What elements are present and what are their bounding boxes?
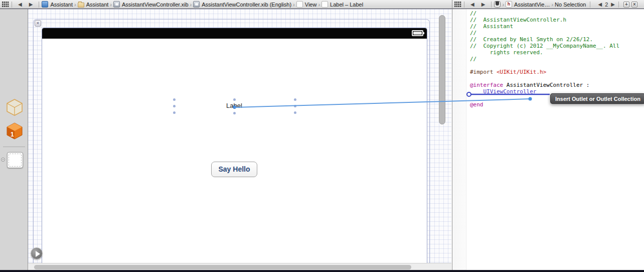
- separator: [590, 2, 590, 8]
- selection-handle[interactable]: [294, 105, 296, 107]
- code-gutter: [452, 9, 466, 270]
- breadcrumb-file[interactable]: AssistantViewController.xib: [113, 1, 188, 8]
- status-bar: [42, 28, 427, 39]
- dock-view-placeholder-icon[interactable]: [7, 152, 23, 168]
- code-line[interactable]: //: [470, 10, 619, 17]
- related-files-icon[interactable]: [2, 2, 9, 7]
- code-line[interactable]: // Assistant: [470, 23, 619, 30]
- pager-count: 2: [603, 2, 610, 8]
- code-line[interactable]: rights reserved.: [470, 49, 619, 56]
- folder-icon: [78, 3, 84, 8]
- breadcrumb-view[interactable]: View: [296, 1, 317, 8]
- forward-arrow-icon[interactable]: ▶: [26, 2, 37, 7]
- view-object-icon: [296, 1, 303, 8]
- code-line[interactable]: [470, 75, 619, 82]
- project-icon: [42, 1, 48, 8]
- assistant-editor[interactable]: //// AssistantViewController.h// Assista…: [452, 9, 644, 270]
- connection-origin-dot: [233, 105, 236, 109]
- xib-file-icon: [193, 1, 200, 8]
- battery-icon: [412, 30, 423, 36]
- breadcrumb-project[interactable]: Assistant: [42, 1, 73, 8]
- separator: [491, 2, 492, 8]
- chevron-icon: ›: [73, 2, 78, 8]
- forward-arrow-icon[interactable]: ▶: [478, 2, 489, 7]
- selection-handle[interactable]: [173, 105, 176, 107]
- ios-view[interactable]: [42, 28, 427, 263]
- code-line[interactable]: // AssistantViewController.h: [470, 17, 619, 23]
- separator: [12, 2, 12, 8]
- code-line[interactable]: [470, 62, 619, 69]
- play-button[interactable]: [31, 247, 43, 259]
- counterparts-icon[interactable]: [494, 1, 501, 8]
- ib-dock: 1: [0, 9, 28, 270]
- chevron-icon: ›: [501, 2, 506, 8]
- selection-handle[interactable]: [173, 98, 176, 101]
- dock-target-icon: [1, 158, 5, 162]
- canvas-vertical-scrollbar[interactable]: [439, 15, 445, 124]
- xib-file-icon: [113, 1, 120, 8]
- close-assistant-button[interactable]: ×: [631, 2, 637, 8]
- code-line[interactable]: //: [470, 30, 619, 36]
- breadcrumb-label[interactable]: Label – Label: [321, 1, 363, 8]
- separator: [464, 2, 464, 8]
- files-owner-icon[interactable]: [6, 98, 24, 118]
- dock-separator: [3, 147, 25, 147]
- ib-canvas[interactable]: × Label Say Hello: [28, 9, 451, 270]
- code-line[interactable]: // Created by Neil Smyth on 2/26/12.: [470, 36, 619, 43]
- chevron-icon: ›: [108, 2, 113, 8]
- chevron-icon: ›: [550, 2, 555, 8]
- separator: [618, 2, 619, 8]
- chevron-icon: ›: [189, 2, 194, 8]
- selection-handle[interactable]: [173, 111, 176, 114]
- insert-outlet-tooltip: Insert Outlet or Outlet Collection: [550, 93, 644, 104]
- breadcrumb-localization[interactable]: AssistantViewController.xib (English): [193, 1, 291, 8]
- breadcrumb-group[interactable]: Assistant: [78, 2, 109, 8]
- canvas-horizontal-scrollbar[interactable]: [34, 265, 411, 269]
- counterpart-pager: ◀ 2 ▶: [597, 2, 616, 8]
- related-files-icon[interactable]: [454, 2, 461, 7]
- canvas-horizontal-scroll-track: [28, 263, 451, 270]
- assistant-jump-bar: ◀ ▶ › h AssistantVie… › No Selection ◀ 2…: [452, 0, 644, 9]
- pager-back-icon[interactable]: ◀: [597, 2, 603, 7]
- first-responder-icon[interactable]: 1: [6, 122, 24, 142]
- pager-forward-icon[interactable]: ▶: [610, 2, 616, 7]
- back-arrow-icon[interactable]: ◀: [15, 2, 26, 7]
- chevron-icon: ›: [291, 2, 296, 8]
- svg-text:1: 1: [11, 131, 14, 138]
- say-hello-button[interactable]: Say Hello: [211, 162, 257, 177]
- selection-handle[interactable]: [294, 98, 296, 101]
- code-line[interactable]: // Copyright (c) 2012 __MyCompanyName__.…: [470, 43, 619, 49]
- label-object-icon: [321, 1, 328, 8]
- close-view-icon[interactable]: ×: [35, 20, 41, 27]
- selection-handle[interactable]: [233, 112, 236, 114]
- separator: [39, 2, 39, 8]
- header-file-icon: h: [506, 1, 512, 8]
- breadcrumb-selection[interactable]: No Selection: [555, 2, 586, 8]
- selection-handle[interactable]: [294, 111, 296, 114]
- add-assistant-button[interactable]: +: [623, 2, 629, 8]
- back-arrow-icon[interactable]: ◀: [467, 2, 478, 7]
- code-line[interactable]: @interface AssistantViewController :: [470, 82, 619, 88]
- chevron-icon: ›: [316, 2, 321, 8]
- editor-jump-bar: ◀ ▶ Assistant › Assistant › AssistantVie…: [0, 0, 452, 9]
- code-line[interactable]: #import <UIKit/UIKit.h>: [470, 69, 619, 75]
- code-line[interactable]: //: [470, 56, 619, 62]
- selection-handle[interactable]: [233, 98, 236, 101]
- window-bottom-edge: [0, 270, 644, 272]
- breadcrumb-counterpart-file[interactable]: h AssistantVie…: [506, 1, 550, 8]
